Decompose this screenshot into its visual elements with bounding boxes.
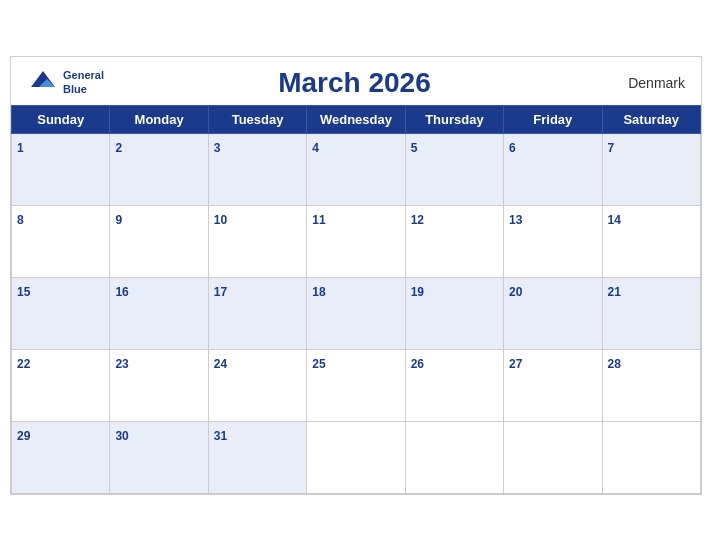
weekday-saturday: Saturday [602,105,700,133]
calendar-cell: 3 [208,133,306,205]
calendar-cell: 23 [110,349,208,421]
weekday-sunday: Sunday [12,105,110,133]
date-number: 15 [17,285,30,299]
date-number: 21 [608,285,621,299]
weekday-wednesday: Wednesday [307,105,405,133]
weekday-thursday: Thursday [405,105,503,133]
calendar-cell: 29 [12,421,110,493]
date-number: 31 [214,429,227,443]
date-number: 29 [17,429,30,443]
calendar-table: Sunday Monday Tuesday Wednesday Thursday… [11,105,701,494]
date-number: 9 [115,213,122,227]
calendar-cell: 5 [405,133,503,205]
calendar-cell: 7 [602,133,700,205]
logo: General Blue [27,67,104,99]
svg-rect-3 [27,87,59,99]
calendar-cell: 26 [405,349,503,421]
calendar-cell: 10 [208,205,306,277]
date-number: 18 [312,285,325,299]
date-number: 19 [411,285,424,299]
calendar-cell: 25 [307,349,405,421]
calendar-cell: 31 [208,421,306,493]
calendar-cell [504,421,602,493]
date-number: 25 [312,357,325,371]
calendar-cell: 6 [504,133,602,205]
calendar-cell: 2 [110,133,208,205]
date-number: 2 [115,141,122,155]
calendar-week-row: 891011121314 [12,205,701,277]
calendar-cell: 28 [602,349,700,421]
calendar-cell: 15 [12,277,110,349]
calendar-header: General Blue March 2026 Denmark [11,57,701,105]
calendar-cell: 9 [110,205,208,277]
date-number: 7 [608,141,615,155]
calendar-cell: 22 [12,349,110,421]
calendar-week-row: 15161718192021 [12,277,701,349]
date-number: 16 [115,285,128,299]
calendar-cell: 8 [12,205,110,277]
country-label: Denmark [605,75,685,91]
date-number: 27 [509,357,522,371]
calendar: General Blue March 2026 Denmark Sunday M… [10,56,702,495]
calendar-cell: 21 [602,277,700,349]
calendar-cell: 12 [405,205,503,277]
calendar-cell: 13 [504,205,602,277]
calendar-cell: 1 [12,133,110,205]
date-number: 8 [17,213,24,227]
calendar-week-row: 1234567 [12,133,701,205]
month-title: March 2026 [104,67,605,99]
date-number: 17 [214,285,227,299]
date-number: 11 [312,213,325,227]
calendar-cell [405,421,503,493]
date-number: 30 [115,429,128,443]
calendar-cell [307,421,405,493]
weekday-header-row: Sunday Monday Tuesday Wednesday Thursday… [12,105,701,133]
calendar-cell: 27 [504,349,602,421]
logo-icon [27,67,59,99]
date-number: 13 [509,213,522,227]
date-number: 23 [115,357,128,371]
date-number: 28 [608,357,621,371]
date-number: 26 [411,357,424,371]
date-number: 6 [509,141,516,155]
date-number: 3 [214,141,221,155]
date-number: 10 [214,213,227,227]
date-number: 4 [312,141,319,155]
date-number: 22 [17,357,30,371]
date-number: 1 [17,141,24,155]
calendar-cell [602,421,700,493]
calendar-cell: 4 [307,133,405,205]
weekday-friday: Friday [504,105,602,133]
calendar-cell: 14 [602,205,700,277]
calendar-cell: 19 [405,277,503,349]
date-number: 24 [214,357,227,371]
logo-text: General Blue [63,69,104,95]
calendar-cell: 30 [110,421,208,493]
weekday-monday: Monday [110,105,208,133]
weekday-tuesday: Tuesday [208,105,306,133]
calendar-cell: 17 [208,277,306,349]
calendar-week-row: 293031 [12,421,701,493]
date-number: 12 [411,213,424,227]
calendar-cell: 20 [504,277,602,349]
calendar-cell: 24 [208,349,306,421]
calendar-cell: 16 [110,277,208,349]
calendar-cell: 18 [307,277,405,349]
calendar-cell: 11 [307,205,405,277]
date-number: 20 [509,285,522,299]
date-number: 14 [608,213,621,227]
calendar-week-row: 22232425262728 [12,349,701,421]
date-number: 5 [411,141,418,155]
